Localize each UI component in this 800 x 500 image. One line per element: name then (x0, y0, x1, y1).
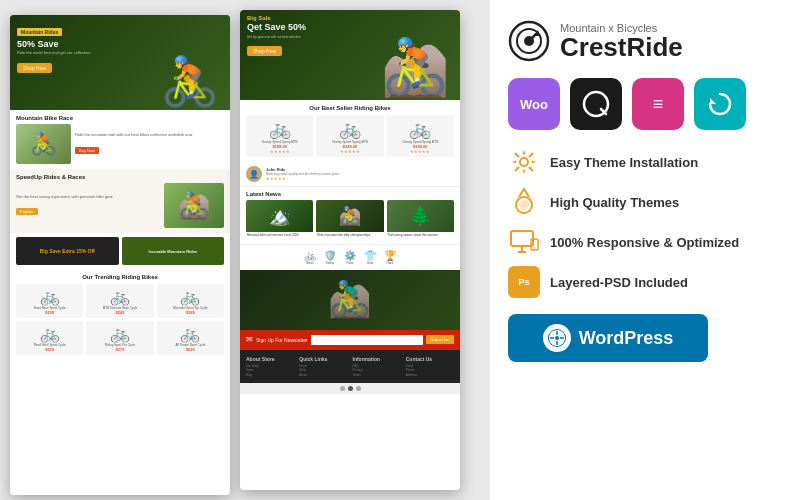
query-icon (582, 90, 610, 118)
feature-text-easy: Easy Theme Installation (550, 155, 698, 170)
feature-icon-settings (508, 146, 540, 178)
bike-item: 🚲 All Terrain Race Cycle $229 (157, 321, 224, 355)
bottom-hero: 🚵‍♂️ (240, 270, 460, 330)
brand-title: Mountain x Bicycles CrestRide (560, 22, 683, 60)
best-seller-grid: 🚲 Gravity Speed Spring MTB $199.00 ★★★★★… (246, 115, 454, 157)
hero-desc-left: Ride the world best and get our collecti… (17, 51, 90, 56)
section-mountain-bike: Mountain Bike Race 🚴 Ride the mountain t… (10, 110, 230, 169)
best-seller-title: Our Best Seller Riding Bikes (246, 105, 454, 111)
info-panel: Mountain x Bicycles CrestRide Woo ≡ (490, 0, 800, 500)
race-btn[interactable]: Buy Now (75, 147, 99, 154)
psd-badge: Ps (508, 266, 540, 298)
news-item: 🏔️ Mountain bike trail extreme event 202… (246, 200, 313, 240)
bike-race-desc: Ride the mountain trail with our best bi… (75, 132, 224, 138)
bike-item: 🚲 Road Race Sprint Cycle $219 (16, 321, 83, 355)
section-title-2: SpeedUp Rides & Races (16, 174, 224, 180)
banner-1: Big Save Extra 15% Off (16, 237, 119, 265)
wp-logo-svg (547, 328, 567, 348)
feature-psd: Ps Layered-PSD Included (508, 266, 782, 298)
bike-race-img: 🚴 (16, 124, 71, 164)
preview-panel: Mountain Rides 50% Save Ride the world b… (0, 0, 490, 500)
monitor-icon (509, 227, 539, 257)
svg-marker-7 (710, 98, 716, 104)
trending-section: Our Trending Riding Bikes 🚲 Road Race Sp… (10, 269, 230, 360)
hero-badge-left: Mountain Rides (17, 28, 62, 36)
seller-item: 🚲 Gravity Speed Spring MTB $199.00 ★★★★★ (246, 115, 313, 157)
trending-title: Our Trending Riding Bikes (16, 274, 224, 280)
wordpress-logo (543, 324, 571, 352)
feature-text-responsive: 100% Responsive & Optimized (550, 235, 739, 250)
newsletter-btn-preview: Subscribe (426, 335, 454, 344)
footer-cols: About Store Our StoryTeamBlog Quick Link… (240, 350, 460, 384)
bike-item: 🚲 Mountain Sport Top Cycle $189 (157, 284, 224, 318)
bike-item: 🚲 Road Race Sprint Cycle $199 (16, 284, 83, 318)
hero-cyclist-left: 🚴 (145, 15, 230, 110)
newsletter-label: Sign Up For Newsletter (256, 337, 308, 343)
wordpress-label: WordPress (579, 328, 674, 349)
revolution-icon (707, 91, 733, 117)
hero-cyclist-right: 🚵 (365, 10, 460, 100)
news-item: 🚵 Ride mountain bike rally championships (316, 200, 383, 240)
bike-item: 🚲 Riding Sport Pro Cycle $279 (86, 321, 153, 355)
feature-icon-monitor (508, 226, 540, 258)
feature-text-quality: High Quality Themes (550, 195, 679, 210)
hero-big-sale: Big Sale (247, 15, 306, 21)
footer-col-info: Information FAQPrivacyTerms (353, 356, 401, 378)
best-seller-section: Our Best Seller Riding Bikes 🚲 Gravity S… (240, 100, 460, 162)
latest-news-section: Latest News 🏔️ Mountain bike trail extre… (240, 187, 460, 244)
svg-point-8 (520, 158, 528, 166)
psd-label: Ps (518, 277, 529, 287)
hero-btn-right[interactable]: Shop Now (247, 46, 282, 56)
icons-row: 🚲Bikes 🛡️Safety ⚙️Parts 👕Gear 🏆Race (240, 244, 460, 270)
footer-col-contact: Contact Us EmailPhoneAddress (406, 356, 454, 378)
plugin-elementor: ≡ (632, 78, 684, 130)
plugin-woocommerce: Woo (508, 78, 560, 130)
reviewer-avatar: 👤 (246, 166, 262, 182)
section-speedup: SpeedUp Rides & Races Get the best racin… (10, 169, 230, 233)
brand-logo-icon (508, 20, 550, 62)
svg-rect-11 (511, 231, 533, 246)
banner-2: Incurable Mountain Rides (122, 237, 225, 265)
news-item: 🌲 Trail racing season starts this summer (387, 200, 454, 240)
hero-btn-left[interactable]: Shop Now (17, 63, 52, 73)
newsletter-input-preview (311, 335, 424, 345)
speedup-btn[interactable]: Explore (16, 208, 38, 215)
feature-icon-medal (508, 186, 540, 218)
feature-easy-install: Easy Theme Installation (508, 146, 782, 178)
footer-col-links: Quick Links HomeShopAbout (299, 356, 347, 378)
crestride-logo-icon (508, 20, 550, 62)
feature-high-quality: High Quality Themes (508, 186, 782, 218)
section-title-1: Mountain Bike Race (16, 115, 224, 121)
brand-header: Mountain x Bicycles CrestRide (508, 20, 782, 62)
brand-name: CrestRide (560, 34, 683, 60)
newsletter-bar: ✉ Sign Up For Newsletter Subscribe (240, 330, 460, 350)
preview-right-screen: Big Sale Qet Save 50% Get top gear now w… (240, 10, 460, 490)
plugins-row: Woo ≡ (508, 78, 782, 130)
news-grid: 🏔️ Mountain bike trail extreme event 202… (246, 200, 454, 240)
review-row: 👤 John Ride Amazing product quality and … (240, 162, 460, 187)
medal-icon (509, 187, 539, 217)
feature-text-psd: Layered-PSD Included (550, 275, 688, 290)
bike-item: 🚲 MTB Extreme Race Cycle $249 (86, 284, 153, 318)
elementor-label: ≡ (653, 94, 664, 115)
woo-label: Woo (520, 97, 548, 112)
speedup-img: 🚵 (164, 183, 224, 228)
settings-icon (509, 147, 539, 177)
hero-save-right: Qet Save 50% (247, 23, 306, 33)
svg-point-17 (555, 336, 559, 340)
preview-left-screen: Mountain Rides 50% Save Ride the world b… (10, 15, 230, 495)
seller-item: 🚲 Gravity Speed Spring MTB $189.00 ★★★★★ (387, 115, 454, 157)
features-list: Easy Theme Installation High Quality The… (508, 146, 782, 298)
news-title: Latest News (246, 191, 454, 197)
trending-bikes-grid: 🚲 Road Race Sprint Cycle $199 🚲 MTB Extr… (16, 284, 224, 355)
seller-item: 🚲 Gravity Speed Spring MTB $249.00 ★★★★★ (316, 115, 383, 157)
feature-icon-psd: Ps (508, 266, 540, 298)
plugin-query (570, 78, 622, 130)
speedup-desc: Get the best racing experience with prem… (16, 194, 160, 200)
banner-row: Big Save Extra 15% Off Incurable Mountai… (10, 233, 230, 269)
svg-point-10 (519, 200, 529, 210)
feature-responsive: 100% Responsive & Optimized (508, 226, 782, 258)
hero-save-left: 50% Save (17, 40, 90, 50)
wordpress-button[interactable]: WordPress (508, 314, 708, 362)
footer-col-about: About Store Our StoryTeamBlog (246, 356, 294, 378)
